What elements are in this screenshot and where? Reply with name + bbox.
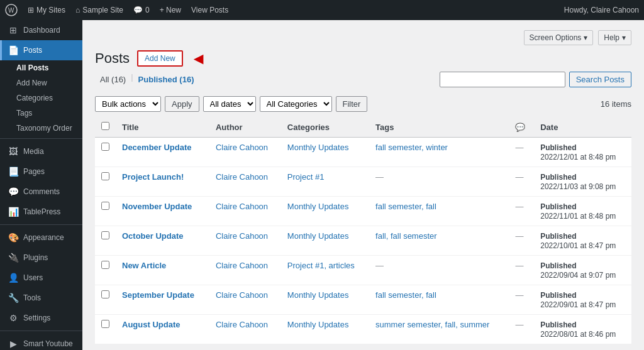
- post-category-link[interactable]: Monthly Updates: [287, 202, 349, 211]
- row-checkbox[interactable]: [101, 202, 109, 210]
- post-categories-cell: Project #1, articles: [281, 256, 369, 285]
- main-content: Screen Options ▾ Help ▾ Posts Add New ◄: [82, 20, 644, 350]
- sidebar-item-pages[interactable]: 📃 Pages: [0, 161, 82, 182]
- search-input[interactable]: [440, 72, 565, 87]
- sidebar-item-comments[interactable]: 💬 Comments: [0, 182, 82, 202]
- row-checkbox[interactable]: [101, 231, 109, 239]
- row-checkbox[interactable]: [101, 290, 109, 298]
- post-title-link[interactable]: Project Launch!: [122, 172, 184, 182]
- post-author-link[interactable]: Claire Cahoon: [216, 231, 268, 241]
- post-title-link[interactable]: December Update: [122, 143, 192, 152]
- sidebar-subitem-taxonomy-order[interactable]: Taxonomy Order: [0, 121, 82, 136]
- sidebar-item-tools[interactable]: 🔧 Tools: [0, 288, 82, 308]
- tags-header: Tags: [369, 117, 509, 138]
- post-category-link[interactable]: Monthly Updates: [287, 143, 349, 152]
- table-row: August Update Claire Cahoon Monthly Upda…: [95, 315, 631, 344]
- row-checkbox[interactable]: [101, 143, 109, 151]
- post-author-cell: Claire Cahoon: [209, 138, 281, 167]
- post-author-link[interactable]: Claire Cahoon: [216, 320, 268, 329]
- help-button[interactable]: Help ▾: [598, 30, 631, 45]
- dates-filter-select[interactable]: All dates: [203, 96, 256, 112]
- apply-button[interactable]: Apply: [165, 96, 199, 112]
- sidebar-subitem-categories[interactable]: Categories: [0, 90, 82, 106]
- sidebar-item-settings[interactable]: ⚙ Settings: [0, 308, 82, 328]
- post-categories-cell: Monthly Updates: [281, 138, 369, 167]
- sample-site-link[interactable]: ⌂ Sample Site: [75, 6, 123, 14]
- post-date-cell: Published 2022/12/01 at 8:48 pm: [534, 138, 631, 167]
- sidebar-item-tablepress[interactable]: 📊 TablePress: [0, 202, 82, 222]
- post-title-cell: New Article: [116, 256, 209, 285]
- post-category-link[interactable]: Monthly Updates: [287, 290, 349, 300]
- post-tabs: All (16) | Published (16): [95, 72, 199, 87]
- appearance-icon: 🎨: [8, 232, 18, 243]
- post-categories-cell: Monthly Updates: [281, 285, 369, 315]
- youtube-icon: ▶: [8, 339, 18, 349]
- post-tags-link[interactable]: fall semester, fall: [375, 290, 436, 300]
- post-tags-cell: summer semester, fall, summer: [369, 315, 509, 344]
- sidebar-item-plugins[interactable]: 🔌 Plugins: [0, 248, 82, 268]
- post-date-cell: Published 2022/09/01 at 8:47 pm: [534, 285, 631, 315]
- add-new-button[interactable]: Add New: [137, 50, 183, 67]
- post-author-link[interactable]: Claire Cahoon: [216, 143, 268, 152]
- screen-options-button[interactable]: Screen Options ▾: [524, 30, 594, 45]
- post-status: Published 2022/09/01 at 8:47 pm: [540, 291, 616, 309]
- comments-icon: 💬: [8, 187, 18, 197]
- post-title-link[interactable]: August Update: [122, 320, 180, 329]
- post-tags-link[interactable]: fall semester, winter: [375, 143, 448, 152]
- table-row: New Article Claire Cahoon Project #1, ar…: [95, 256, 631, 285]
- page-header: Posts Add New ◄: [95, 50, 631, 67]
- categories-filter-select[interactable]: All Categories: [260, 96, 332, 112]
- post-title-link[interactable]: November Update: [122, 202, 192, 211]
- my-sites-link[interactable]: ⊞ My Sites: [28, 6, 65, 14]
- row-checkbox[interactable]: [101, 172, 109, 180]
- plugins-icon: 🔌: [8, 253, 18, 263]
- post-category-link[interactable]: Project #1: [287, 172, 325, 182]
- view-posts-link[interactable]: View Posts: [191, 6, 228, 14]
- post-status: Published 2022/12/01 at 8:48 pm: [540, 143, 616, 161]
- post-status: Published 2022/11/01 at 8:48 pm: [540, 202, 616, 221]
- post-title-cell: Project Launch!: [116, 167, 209, 197]
- post-comments-cell: —: [509, 256, 534, 285]
- post-title-link[interactable]: October Update: [122, 231, 184, 241]
- new-link[interactable]: + New: [160, 6, 181, 14]
- sidebar-subitem-all-posts[interactable]: All Posts: [0, 60, 82, 75]
- post-author-link[interactable]: Claire Cahoon: [216, 202, 268, 211]
- posts-icon: 📄: [8, 45, 18, 55]
- sidebar-subitem-add-new[interactable]: Add New: [0, 75, 82, 90]
- sidebar-subitem-tags[interactable]: Tags: [0, 106, 82, 121]
- comment-bubble-icon: 💬: [515, 123, 525, 132]
- post-author-link[interactable]: Claire Cahoon: [216, 290, 268, 300]
- post-category-link[interactable]: Monthly Updates: [287, 231, 349, 241]
- wp-logo[interactable]: W: [5, 4, 18, 16]
- sidebar-item-media[interactable]: 🖼 Media: [0, 141, 82, 161]
- post-author-link[interactable]: Claire Cahoon: [216, 261, 268, 270]
- post-tags-link[interactable]: summer semester, fall, summer: [375, 320, 489, 329]
- post-category-link[interactable]: Project #1, articles: [287, 261, 355, 270]
- page-title: Posts: [95, 50, 130, 67]
- search-posts-button[interactable]: Search Posts: [569, 72, 631, 87]
- sidebar-item-users[interactable]: 👤 Users: [0, 268, 82, 288]
- row-checkbox[interactable]: [101, 261, 109, 269]
- sidebar-item-appearance[interactable]: 🎨 Appearance: [0, 227, 82, 248]
- post-category-link[interactable]: Monthly Updates: [287, 320, 349, 329]
- svg-text:W: W: [8, 7, 14, 14]
- row-checkbox-cell: [95, 226, 116, 256]
- sidebar-item-smart-youtube[interactable]: ▶ Smart Youtube: [0, 334, 82, 350]
- post-title-link[interactable]: New Article: [122, 261, 166, 270]
- comment-count: —: [515, 143, 523, 152]
- bulk-actions-select[interactable]: Bulk actions: [95, 96, 161, 112]
- post-author-link[interactable]: Claire Cahoon: [216, 172, 268, 182]
- post-tags-link[interactable]: fall, fall semester: [375, 231, 437, 241]
- table-row: September Update Claire Cahoon Monthly U…: [95, 285, 631, 315]
- post-title-link[interactable]: September Update: [122, 290, 194, 300]
- sidebar-item-posts[interactable]: 📄 Posts: [0, 40, 82, 60]
- all-posts-tab[interactable]: All (16): [95, 72, 131, 87]
- post-tags-link[interactable]: fall semester, fall: [375, 202, 436, 211]
- comments-link[interactable]: 💬 0: [133, 6, 150, 14]
- select-all-checkbox[interactable]: [101, 122, 109, 130]
- comment-count: —: [515, 231, 523, 241]
- sidebar-item-dashboard[interactable]: ⊞ Dashboard: [0, 20, 82, 40]
- filter-button[interactable]: Filter: [336, 96, 368, 112]
- published-posts-tab[interactable]: Published (16): [133, 72, 199, 87]
- row-checkbox[interactable]: [101, 320, 109, 328]
